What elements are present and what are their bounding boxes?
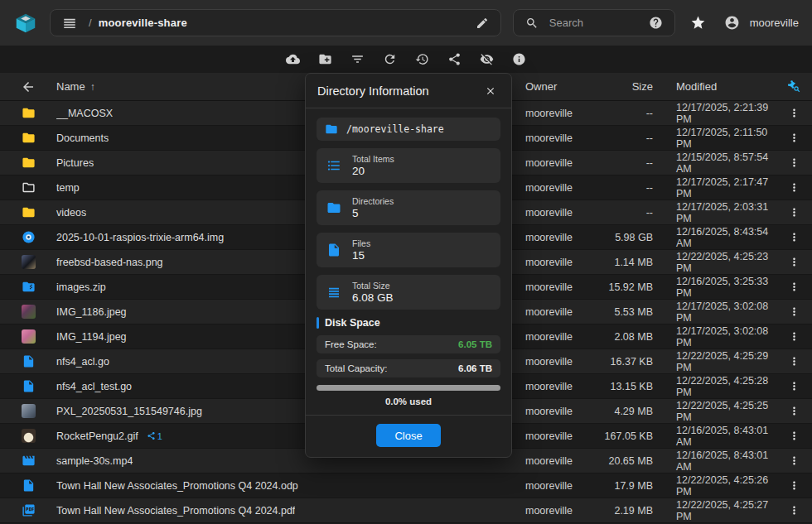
owner-cell: mooreville — [525, 381, 592, 392]
new-folder-button[interactable] — [315, 49, 336, 70]
close-icon[interactable] — [481, 82, 500, 100]
row-menu-button[interactable] — [785, 426, 804, 445]
size-cell: 5.53 MB — [592, 306, 653, 318]
row-menu-button[interactable] — [785, 228, 804, 247]
file-name: freebsd-based-nas.png — [56, 257, 163, 268]
thumb-nas-thumbnail-icon — [22, 255, 36, 269]
search-bar[interactable] — [513, 9, 675, 36]
table-row[interactable]: Town Hall New Associates_Promotions Q4 2… — [0, 474, 812, 498]
row-menu-button[interactable] — [785, 501, 804, 520]
eye-off-icon — [480, 52, 494, 66]
file-icon-cell — [0, 404, 56, 418]
history-button[interactable] — [412, 49, 433, 70]
cloud-upload-icon — [286, 52, 300, 66]
column-header-modified[interactable]: Modified — [653, 80, 776, 93]
file-name: IMG_1194.jpeg — [56, 331, 127, 343]
row-menu-button[interactable] — [785, 401, 804, 421]
modified-cell: 12/17/2025, 2:21:39 PM — [653, 102, 776, 125]
close-button[interactable]: Close — [376, 424, 441, 447]
modified-cell: 12/22/2025, 4:25:27 PM — [653, 499, 776, 522]
row-menu-button[interactable] — [785, 277, 804, 296]
owner-cell: mooreville — [525, 281, 592, 293]
row-menu-button[interactable] — [785, 302, 804, 321]
file-name: Town Hall New Associates_Promotions Q4 2… — [56, 505, 295, 517]
modified-cell: 12/17/2025, 2:11:50 PM — [653, 127, 776, 150]
favorites-star-icon[interactable] — [687, 12, 709, 34]
row-menu-button[interactable] — [785, 352, 804, 371]
column-header-owner[interactable]: Owner — [525, 80, 592, 93]
refresh-button[interactable] — [379, 49, 401, 70]
file-name: 2025-10-01-raspios-trixie-arm64.img — [56, 232, 224, 243]
table-row[interactable]: Town Hall New Associates_Promotions Q4 2… — [0, 498, 812, 523]
share-count-badge[interactable]: 1 — [147, 431, 162, 441]
file-name: sample-30s.mp4 — [56, 455, 133, 467]
dots-vertical-icon — [788, 504, 800, 517]
row-menu-button[interactable] — [785, 203, 804, 222]
size-cell: 167.05 KB — [592, 430, 653, 442]
app-logo-icon[interactable] — [13, 11, 38, 36]
dots-vertical-icon — [788, 355, 800, 368]
size-cell: -- — [592, 157, 653, 169]
edit-path-icon[interactable] — [472, 13, 492, 33]
row-menu-button[interactable] — [785, 103, 804, 123]
list-view-icon[interactable] — [59, 12, 80, 34]
user-name: mooreville — [750, 17, 799, 29]
upload-button[interactable] — [283, 49, 304, 70]
row-menu-button[interactable] — [785, 252, 804, 272]
size-cell: 5.98 GB — [592, 232, 653, 243]
breadcrumb-current-folder[interactable]: mooreville-share — [99, 17, 187, 29]
disc-icon — [22, 230, 36, 244]
row-menu-button[interactable] — [785, 476, 804, 495]
folder-plus-icon — [318, 52, 332, 66]
file-icon — [22, 379, 36, 393]
folder-icon — [22, 131, 36, 145]
size-cell: 4.29 MB — [592, 406, 653, 417]
folder-icon — [22, 106, 36, 120]
disk-used-percent: 0.0% used — [317, 397, 500, 415]
row-menu-button[interactable] — [785, 451, 804, 470]
stat-card: Total Items20 — [317, 148, 500, 183]
column-header-size[interactable]: Size — [592, 80, 653, 93]
toggle-hidden-button[interactable] — [476, 49, 498, 70]
modified-cell: 12/16/2025, 8:43:01 AM — [653, 449, 776, 473]
breadcrumb-root[interactable]: / — [89, 17, 92, 29]
info-button[interactable] — [509, 49, 530, 70]
row-menu-button[interactable] — [785, 377, 804, 396]
back-arrow-icon[interactable] — [0, 76, 56, 98]
share-small-icon — [147, 431, 156, 440]
row-menu-button[interactable] — [785, 153, 804, 172]
modified-cell: 12/22/2025, 4:25:26 PM — [653, 474, 776, 498]
search-input[interactable] — [549, 17, 638, 29]
share-button[interactable] — [444, 49, 466, 70]
stat-cards: Total Items20Directories5Files15Total Si… — [317, 148, 500, 310]
breadcrumb[interactable]: / mooreville-share — [50, 9, 501, 36]
filter-icon — [350, 52, 365, 66]
size-cell: 1.14 MB — [592, 257, 653, 268]
stat-value: 6.08 GB — [352, 291, 394, 304]
dots-vertical-icon — [788, 132, 800, 144]
zip-icon — [22, 280, 36, 294]
modified-cell: 12/17/2025, 3:02:08 PM — [653, 300, 776, 324]
row-menu-button[interactable] — [785, 128, 804, 147]
info-icon — [512, 52, 526, 66]
modified-cell: 12/22/2025, 4:25:23 PM — [653, 251, 776, 274]
folder-icon — [22, 205, 36, 219]
row-menu-button[interactable] — [785, 178, 804, 197]
help-icon[interactable] — [645, 12, 666, 33]
size-cell: 13.15 KB — [592, 381, 653, 392]
modified-cell: 12/16/2025, 3:25:33 PM — [653, 276, 776, 299]
filter-button[interactable] — [347, 49, 369, 70]
user-menu[interactable]: mooreville — [721, 12, 799, 34]
row-menu-button[interactable] — [785, 327, 804, 346]
file-name: nfs4_acl.go — [56, 356, 109, 368]
owner-cell: mooreville — [525, 157, 592, 169]
dots-vertical-icon — [788, 380, 800, 392]
video-icon — [22, 454, 36, 468]
modified-cell: 12/15/2025, 8:57:54 AM — [653, 151, 776, 175]
owner-cell: mooreville — [525, 257, 592, 268]
file-name: IMG_1186.jpeg — [56, 306, 127, 318]
table-options-icon[interactable] — [776, 77, 812, 96]
file-icon-cell — [0, 478, 56, 493]
stat-label: Total Size — [352, 281, 394, 291]
pdf-icon — [22, 503, 36, 517]
